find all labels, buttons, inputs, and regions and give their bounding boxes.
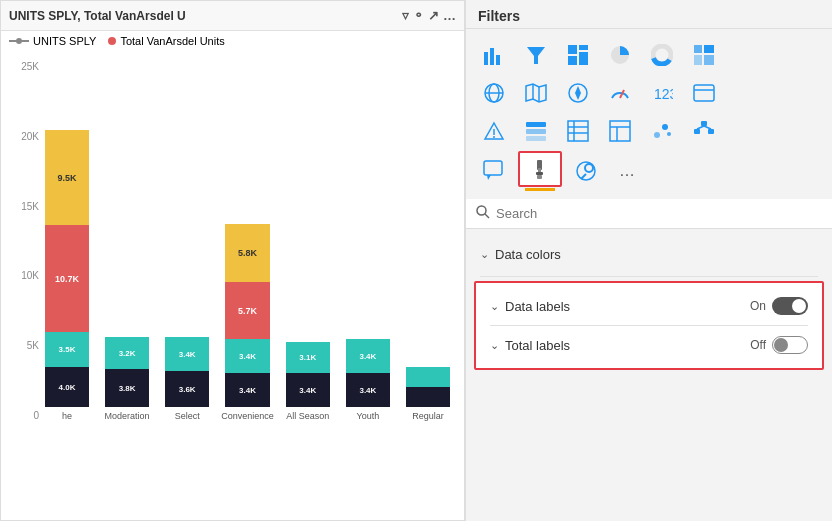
- bar-youth-teal: 3.4K: [346, 339, 390, 373]
- bar-youth-dark: 3.4K: [346, 373, 390, 407]
- icons-row-4: …: [476, 151, 822, 191]
- card-icon-btn[interactable]: [686, 75, 722, 111]
- total-labels-toggle[interactable]: [772, 336, 808, 354]
- y-axis: 25K 20K 15K 10K 5K 0: [9, 61, 39, 421]
- bar-reg-teal: [406, 367, 450, 387]
- svg-text:123: 123: [654, 86, 673, 102]
- more-icons-btn[interactable]: …: [610, 153, 646, 189]
- pie-chart-icon-btn[interactable]: [602, 37, 638, 73]
- scatter-icon-btn[interactable]: [644, 113, 680, 149]
- number-icon-btn[interactable]: 123: [644, 75, 680, 111]
- svg-marker-49: [487, 175, 491, 180]
- compass-icon-btn[interactable]: [560, 75, 596, 111]
- data-labels-chevron[interactable]: ⌄: [490, 300, 499, 313]
- svg-rect-25: [694, 85, 714, 101]
- svg-point-41: [662, 124, 668, 130]
- table-icon-btn[interactable]: [560, 113, 596, 149]
- search-section: [466, 199, 832, 229]
- globe-icon-btn[interactable]: [476, 75, 512, 111]
- funnel-icon-btn[interactable]: [518, 37, 554, 73]
- chart-header: UNITS SPLY, Total VanArsdel U ▿ ⚬ ↗ …: [1, 1, 464, 31]
- data-labels-label: Data labels: [505, 299, 570, 314]
- visual-icon[interactable]: ⚬: [413, 8, 424, 23]
- svg-rect-0: [484, 52, 488, 65]
- bar-stack-moderation: 3.2K 3.8K: [101, 337, 153, 407]
- bar-he-dark: 4.0K: [45, 367, 89, 407]
- bar-chart-icon-btn[interactable]: [476, 37, 512, 73]
- bar-all-teal: 3.1K: [286, 342, 330, 373]
- svg-rect-30: [526, 122, 546, 127]
- total-labels-toggle-container: Off: [750, 336, 808, 354]
- bar-category-he: he: [41, 411, 93, 421]
- search-icon: [476, 205, 490, 222]
- bar-he-teal: 3.5K: [45, 332, 89, 367]
- matrix2-icon-btn[interactable]: [602, 113, 638, 149]
- total-labels-toggle-thumb: [774, 338, 788, 352]
- bar-stack-select: 3.4K 3.6K: [161, 337, 213, 407]
- bar-group-he: 9.5K 10.7K 3.5K 4.0K he: [41, 130, 93, 421]
- format-paintbrush-icon-btn[interactable]: [518, 151, 562, 187]
- legend-item-vanarsdel: Total VanArsdel Units: [108, 35, 224, 47]
- icons-row-3: [476, 113, 822, 149]
- divider-inner: [490, 325, 808, 326]
- data-labels-toggle[interactable]: [772, 297, 808, 315]
- chart-panel: UNITS SPLY, Total VanArsdel U ▿ ⚬ ↗ … UN…: [0, 0, 465, 521]
- search-input[interactable]: [496, 206, 822, 221]
- bar-sel-dark: 3.6K: [165, 371, 209, 407]
- bar-he-red: 10.7K: [45, 225, 89, 332]
- total-labels-toggle-state: Off: [750, 338, 766, 352]
- matrix-icon-btn[interactable]: [686, 37, 722, 73]
- data-colors-label: Data colors: [495, 247, 561, 262]
- total-labels-chevron[interactable]: ⌄: [490, 339, 499, 352]
- filter-icon[interactable]: ▿: [402, 8, 409, 23]
- data-colors-chevron[interactable]: ⌄: [480, 248, 489, 261]
- treemap-icon-btn[interactable]: [560, 37, 596, 73]
- data-labels-toggle-track: [772, 297, 808, 315]
- svg-point-57: [477, 206, 486, 215]
- chart-legend: UNITS SPLY Total VanArsdel Units: [1, 31, 464, 51]
- bar-group-youth: 3.4K 3.4K Youth: [342, 339, 394, 421]
- bar-all-dark: 3.4K: [286, 373, 330, 407]
- format-btn-wrapper: [518, 151, 562, 191]
- data-colors-title: ⌄ Data colors: [480, 247, 561, 262]
- svg-rect-2: [496, 55, 500, 65]
- bar-group-allseason: 3.1K 3.4K All Season: [282, 342, 334, 421]
- format-panel: Filters: [465, 0, 832, 521]
- svg-line-47: [704, 126, 711, 129]
- gauge-icon-btn[interactable]: [602, 75, 638, 111]
- tree-icon-btn[interactable]: [686, 113, 722, 149]
- bar-category-select: Select: [161, 411, 213, 421]
- svg-rect-44: [694, 129, 700, 134]
- svg-rect-6: [579, 52, 588, 65]
- svg-rect-48: [484, 161, 502, 175]
- panel-title: Filters: [478, 8, 520, 24]
- slicer-icon-btn[interactable]: [518, 113, 554, 149]
- analyze-icon-btn[interactable]: [568, 153, 604, 189]
- more-icon[interactable]: …: [443, 8, 456, 23]
- data-labels-toggle-container: On: [750, 297, 808, 315]
- delta-icon-btn[interactable]: [476, 113, 512, 149]
- expand-icon[interactable]: ↗: [428, 8, 439, 23]
- bar-group-convenience: 5.8K 5.7K 3.4K 3.4K Convenience: [221, 224, 274, 421]
- bar-mod-teal: 3.2K: [105, 337, 149, 369]
- svg-rect-13: [694, 55, 702, 65]
- bar-stack-he: 9.5K 10.7K 3.5K 4.0K: [41, 130, 93, 407]
- bar-stack-youth: 3.4K 3.4K: [342, 339, 394, 407]
- total-labels-title: ⌄ Total labels: [490, 338, 570, 353]
- svg-rect-45: [708, 129, 714, 134]
- data-labels-row: ⌄ Data labels On: [490, 291, 808, 321]
- total-labels-row: ⌄ Total labels Off: [490, 330, 808, 360]
- svg-rect-33: [568, 121, 588, 141]
- bar-stack-regular: [402, 367, 454, 407]
- speech-icon-btn[interactable]: [476, 153, 512, 189]
- svg-marker-3: [527, 47, 545, 64]
- data-colors-section: ⌄ Data colors: [466, 233, 832, 276]
- bar-conv-teal: 3.4K: [225, 339, 270, 373]
- donut-icon-btn[interactable]: [644, 37, 680, 73]
- svg-marker-22: [575, 86, 581, 100]
- icons-row-1: [476, 37, 822, 73]
- svg-point-40: [654, 132, 660, 138]
- bar-stack-convenience: 5.8K 5.7K 3.4K 3.4K: [221, 224, 274, 407]
- bar-category-moderation: Moderation: [101, 411, 153, 421]
- map-icon-btn[interactable]: [518, 75, 554, 111]
